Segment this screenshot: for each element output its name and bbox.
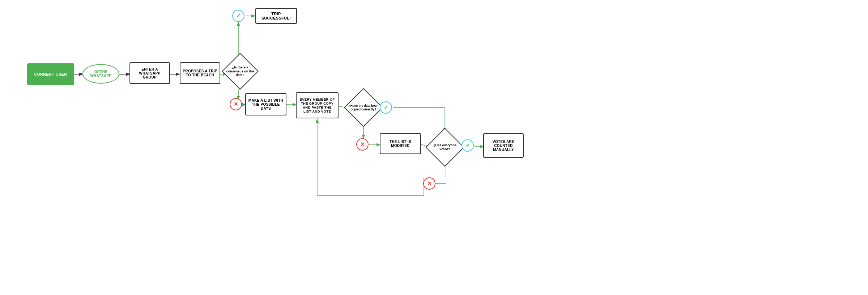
- check-icon-3: ✓: [465, 142, 470, 149]
- check-circle-3: ✓: [461, 139, 474, 152]
- cross-circle-1: ✕: [230, 98, 242, 110]
- votes-counted-node: VOTES ARE COUNTED MANUALLY: [483, 133, 524, 158]
- proposes-trip-label: PROPOSES A TRIP TO THE BEACH: [183, 69, 217, 77]
- cross-icon-2: ✕: [360, 141, 365, 148]
- consensus-diamond-node: ¿Is there a consensus on the date?: [225, 56, 255, 87]
- diagram-container: CURRENT USER OPENS WHATSAPP ENTER A WHAT…: [0, 0, 868, 295]
- list-modified-node: THE LIST IS MODIFIED: [380, 133, 421, 154]
- every-member-node: EVERY MEMBER OF THE GROUP COPY AND PASTE…: [296, 92, 339, 118]
- make-list-label: MAKE A LIST WITH THE POSSIBLE DAYS: [248, 98, 284, 110]
- list-modified-label: THE LIST IS MODIFIED: [383, 140, 418, 148]
- every-member-label: EVERY MEMBER OF THE GROUP COPY AND PASTE…: [299, 97, 336, 113]
- cross-circle-2: ✕: [356, 138, 369, 151]
- data-copied-diamond-node: ¿Have the data been copied correctly?: [347, 91, 380, 124]
- current-user-label: CURRENT USER: [34, 72, 67, 76]
- data-copied-diamond-label: ¿Have the data been copied correctly?: [347, 103, 380, 112]
- check-circle-2: ✓: [380, 101, 392, 114]
- make-list-node: MAKE A LIST WITH THE POSSIBLE DAYS: [245, 93, 286, 115]
- check-circle-1: ✓: [232, 10, 244, 22]
- check-icon-2: ✓: [384, 104, 388, 111]
- trip-successful-node: TRIP SUCCESSFUL!: [255, 8, 297, 24]
- cross-circle-3: ✕: [423, 177, 435, 190]
- current-user-node: CURRENT USER: [27, 63, 74, 85]
- votes-counted-label: VOTES ARE COUNTED MANUALLY: [486, 140, 521, 152]
- trip-successful-label: TRIP SUCCESSFUL!: [258, 12, 294, 20]
- opens-whatsapp-label: OPENS WHATSAPP: [83, 70, 119, 78]
- cross-icon-1: ✕: [234, 101, 238, 108]
- enter-group-label: ENTER A WHATSAPP GROUP: [132, 67, 167, 79]
- proposes-trip-node: PROPOSES A TRIP TO THE BEACH: [180, 62, 220, 84]
- check-icon-1: ✓: [236, 13, 241, 19]
- cross-icon-3: ✕: [427, 180, 432, 187]
- everyone-voted-diamond-label: ¿Has everyone voted?: [429, 143, 461, 152]
- opens-whatsapp-node: OPENS WHATSAPP: [82, 64, 119, 84]
- consensus-diamond-label: ¿Is there a consensus on the date?: [225, 65, 255, 78]
- enter-group-node: ENTER A WHATSAPP GROUP: [129, 62, 170, 84]
- everyone-voted-diamond-node: ¿Has everyone voted?: [429, 131, 461, 164]
